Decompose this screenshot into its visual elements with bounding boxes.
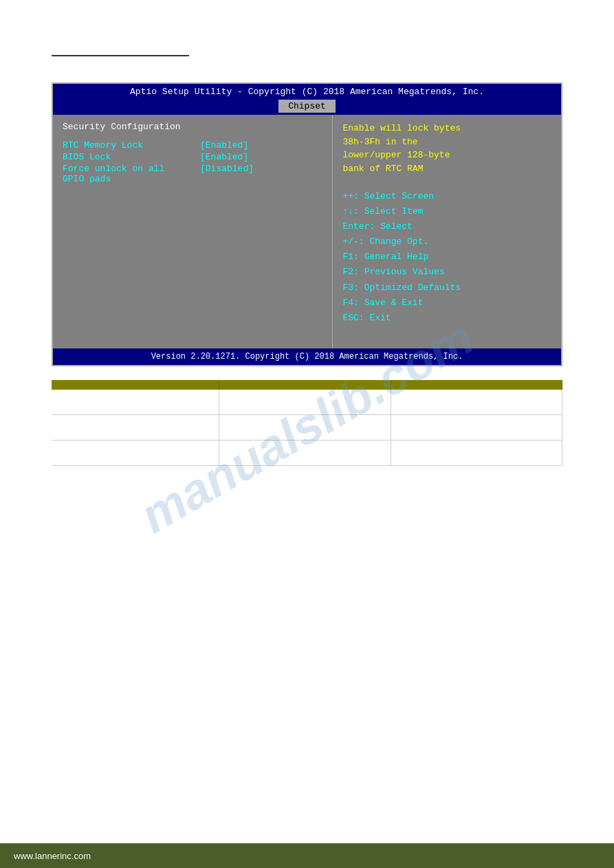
shortcut-esc: ESC: Exit <box>342 311 551 326</box>
table-section <box>52 380 562 466</box>
shortcut-select-item: ↑↓: Select Item <box>342 204 551 219</box>
shortcut-change: +/-: Change Opt. <box>342 234 551 249</box>
bios-container: Aptio Setup Utility - Copyright (C) 2018… <box>52 82 562 366</box>
bios-footer-text: Version 2.20.1271. Copyright (C) 2018 Am… <box>151 352 463 361</box>
bios-tab-chipset[interactable]: Chipset <box>278 100 336 113</box>
table-row <box>52 441 562 466</box>
top-line <box>52 55 189 56</box>
table-cell <box>391 390 562 415</box>
bios-item-row-force-unlock: Force unlock on all GPIO pads [Disabled] <box>63 164 322 184</box>
bios-item-row-rtc: RTC Memory Lock [Enabled] <box>63 140 322 151</box>
table-row <box>52 415 562 441</box>
bios-item-row-bios-lock: BIOS Lock [Enabled] <box>63 152 322 162</box>
shortcut-f3: F3: Optimized Defaults <box>342 280 551 296</box>
bios-label-bios-lock: BIOS Lock <box>63 152 200 162</box>
bios-body: Security Configuration RTC Memory Lock [… <box>53 115 561 348</box>
table-cell <box>391 441 562 466</box>
bios-header-text: Aptio Setup Utility - Copyright (C) 2018… <box>130 87 484 97</box>
table-header-col2 <box>219 380 391 390</box>
page-footer: www.lannerinc.com <box>0 843 614 868</box>
table-cell <box>52 390 219 415</box>
bios-value-bios-lock[interactable]: [Enabled] <box>200 152 248 162</box>
table-header-row <box>52 380 562 390</box>
shortcut-f4: F4: Save & Exit <box>342 296 551 311</box>
table-row <box>52 390 562 415</box>
bios-value-force-unlock[interactable]: [Disabled] <box>200 164 254 184</box>
table-cell <box>219 415 391 441</box>
bios-value-rtc[interactable]: [Enabled] <box>200 140 248 151</box>
table-cell <box>219 441 391 466</box>
table-header-col3 <box>391 380 562 390</box>
top-area <box>0 0 614 82</box>
table-header-col1 <box>52 380 219 390</box>
bios-right-panel: Enable will lock bytes 38h-3Fh in the lo… <box>332 115 561 348</box>
shortcut-enter: Enter: Select <box>342 219 551 234</box>
bios-tabbar: Chipset <box>53 100 561 115</box>
table-cell <box>219 390 391 415</box>
bios-footer: Version 2.20.1271. Copyright (C) 2018 Am… <box>53 348 561 365</box>
shortcut-f1: F1: General Help <box>342 249 551 265</box>
table-cell <box>52 415 219 441</box>
bios-shortcuts: ++: Select Screen ↑↓: Select Item Enter:… <box>342 189 551 326</box>
bios-section-title: Security Configuration <box>63 122 322 132</box>
data-table <box>52 380 562 466</box>
bios-help-text: Enable will lock bytes 38h-3Fh in the lo… <box>342 122 551 175</box>
table-cell <box>52 441 219 466</box>
bios-label-rtc: RTC Memory Lock <box>63 140 200 151</box>
shortcut-select-screen: ++: Select Screen <box>342 189 551 204</box>
table-cell <box>391 415 562 441</box>
footer-url: www.lannerinc.com <box>14 851 91 861</box>
bios-left-panel: Security Configuration RTC Memory Lock [… <box>53 115 332 348</box>
bios-label-force-unlock: Force unlock on all GPIO pads <box>63 164 200 184</box>
shortcut-f2: F2: Previous Values <box>342 265 551 280</box>
bios-header: Aptio Setup Utility - Copyright (C) 2018… <box>53 84 561 100</box>
